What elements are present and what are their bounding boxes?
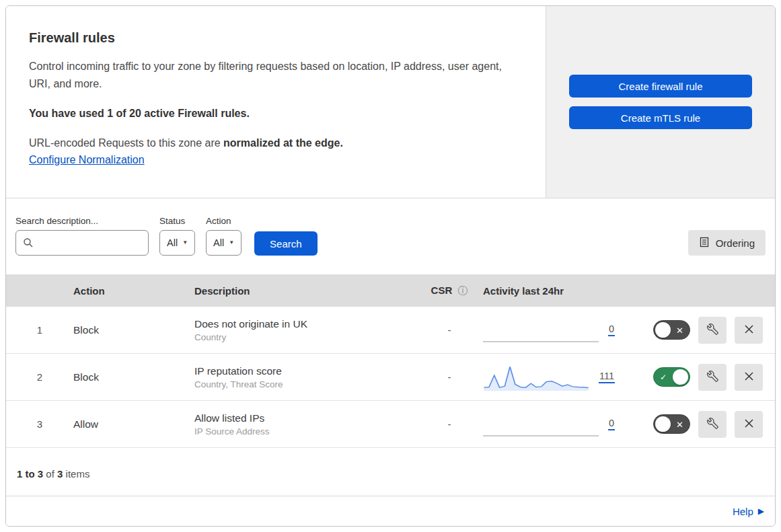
header-description: Description (194, 285, 416, 297)
activity-sparkline-empty (483, 318, 599, 342)
x-icon (744, 371, 754, 383)
rule-activity-cell: 0 (483, 412, 624, 436)
ordering-list-icon (699, 237, 710, 250)
rule-priority: 1 (6, 324, 73, 336)
search-input-wrapper (15, 230, 149, 256)
normalization-note: URL-encoded Requests to this zone are no… (29, 137, 519, 149)
rule-csr: - (416, 371, 483, 383)
status-filter-group: Status All ▼ (159, 216, 195, 256)
rule-criteria: IP Source Address (194, 426, 416, 436)
x-icon: ✕ (676, 325, 683, 335)
info-icon[interactable]: ⓘ (457, 284, 468, 296)
configure-normalization-link[interactable]: Configure Normalization (29, 154, 145, 165)
delete-rule-button[interactable] (735, 317, 763, 344)
create-mtls-rule-button[interactable]: Create mTLS rule (569, 106, 752, 129)
rule-priority: 3 (6, 418, 73, 430)
rule-description: Does not originate in UK (194, 318, 416, 330)
usage-summary: You have used 1 of 20 active Firewall ru… (29, 108, 519, 120)
ordering-button[interactable]: Ordering (688, 230, 766, 256)
x-icon (744, 418, 754, 430)
rule-enabled-toggle[interactable]: ✓ (653, 367, 690, 387)
pagination-range: 1 to 3 (17, 468, 43, 480)
activity-sparkline-empty (483, 412, 599, 436)
pagination-of: of (46, 468, 54, 480)
rule-enabled-toggle[interactable]: ✕ (653, 414, 690, 434)
delete-rule-button[interactable] (735, 364, 763, 391)
help-bar: Help ▶ (6, 496, 775, 526)
header-csr: CSR ⓘ (416, 284, 483, 297)
table-row: 2 Block IP reputation score Country, Thr… (6, 354, 775, 401)
search-button[interactable]: Search (254, 231, 318, 256)
status-filter-label: Status (159, 216, 195, 226)
rule-action: Allow (73, 418, 194, 430)
rule-activity-cell: 111 (483, 363, 624, 391)
activity-count-link[interactable]: 0 (608, 324, 615, 337)
cta-panel: Create firewall rule Create mTLS rule (546, 6, 775, 198)
status-filter-value: All (167, 237, 178, 248)
rule-criteria: Country, Threat Score (194, 379, 416, 389)
pagination-total: 3 (57, 468, 63, 480)
action-filter-label: Action (206, 216, 241, 226)
rule-description-cell: IP reputation score Country, Threat Scor… (194, 365, 416, 389)
edit-rule-button[interactable] (698, 411, 727, 438)
help-arrow-icon[interactable]: ▶ (758, 506, 764, 516)
rule-description-cell: Does not originate in UK Country (194, 318, 416, 342)
activity-count-link[interactable]: 111 (599, 371, 615, 384)
rule-description-cell: Allow listed IPs IP Source Address (194, 412, 416, 436)
toggle-knob (655, 416, 671, 432)
search-field-label: Search description... (15, 216, 149, 226)
search-input[interactable] (15, 230, 149, 256)
pagination-summary: 1 to 3 of 3 items (6, 448, 775, 496)
normalization-note-text: URL-encoded Requests to this zone are (29, 137, 223, 149)
action-filter-value: All (213, 237, 224, 248)
firewall-rules-panel: Firewall rules Control incoming traffic … (5, 5, 776, 527)
x-icon: ✕ (676, 419, 683, 429)
page-description: Control incoming traffic to your zone by… (29, 58, 519, 93)
intro-section: Firewall rules Control incoming traffic … (6, 6, 775, 198)
rule-action: Block (73, 371, 194, 383)
activity-sparkline (483, 363, 589, 391)
wrench-icon (707, 371, 718, 384)
toggle-knob (673, 369, 688, 385)
chevron-down-icon: ▼ (229, 240, 234, 245)
action-filter-group: Action All ▼ (206, 216, 241, 256)
x-icon (744, 324, 754, 336)
ordering-button-label: Ordering (716, 237, 755, 249)
search-field-group: Search description... (15, 216, 149, 256)
rule-activity-cell: 0 (483, 318, 624, 342)
status-filter-select[interactable]: All ▼ (159, 230, 195, 256)
search-icon (23, 237, 34, 251)
rule-controls: ✓ (624, 364, 775, 391)
filter-bar: Search description... Status All ▼ Actio… (6, 198, 775, 274)
rule-description: IP reputation score (194, 365, 416, 377)
rule-enabled-toggle[interactable]: ✕ (653, 320, 690, 340)
page-title: Firewall rules (29, 30, 519, 46)
header-action: Action (73, 285, 194, 297)
rule-csr: - (416, 324, 483, 336)
header-activity: Activity last 24hr (483, 285, 624, 297)
normalization-note-bold: normalized at the edge. (223, 137, 343, 149)
rule-criteria: Country (194, 332, 416, 342)
table-row: 1 Block Does not originate in UK Country… (6, 307, 775, 354)
rule-controls: ✕ (624, 317, 775, 344)
activity-count-link[interactable]: 0 (608, 418, 615, 431)
table-header: Action Description CSR ⓘ Activity last 2… (6, 274, 775, 307)
rule-description: Allow listed IPs (194, 412, 416, 424)
table-row: 3 Allow Allow listed IPs IP Source Addre… (6, 401, 775, 448)
intro-card: Firewall rules Control incoming traffic … (6, 6, 546, 198)
edit-rule-button[interactable] (698, 364, 727, 391)
check-icon: ✓ (660, 373, 667, 382)
toggle-knob (655, 322, 671, 338)
header-csr-label: CSR (431, 284, 453, 296)
delete-rule-button[interactable] (735, 411, 763, 438)
pagination-items: items (66, 468, 90, 480)
create-firewall-rule-button[interactable]: Create firewall rule (569, 75, 752, 98)
rule-priority: 2 (6, 371, 73, 383)
rule-csr: - (416, 418, 483, 430)
action-filter-select[interactable]: All ▼ (206, 230, 241, 256)
rule-controls: ✕ (624, 411, 775, 438)
edit-rule-button[interactable] (698, 317, 727, 344)
wrench-icon (707, 324, 718, 337)
rule-action: Block (73, 324, 194, 336)
help-link[interactable]: Help (733, 506, 753, 517)
